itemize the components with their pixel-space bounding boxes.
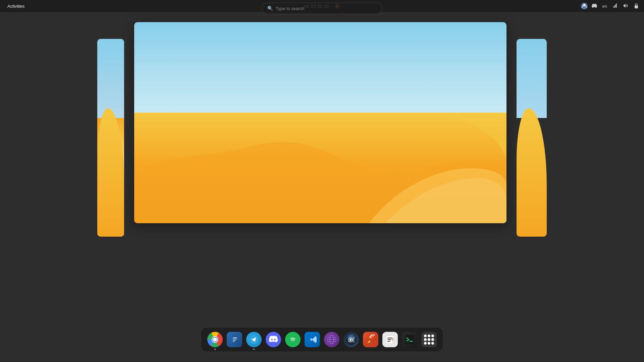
dock-notes[interactable] <box>226 331 243 348</box>
topbar-right: en <box>581 2 640 10</box>
app-dot-2 <box>428 335 430 337</box>
wallpaper <box>134 22 506 223</box>
right-window-sky <box>517 39 547 118</box>
svg-rect-36 <box>392 341 393 342</box>
window-thumbnail-left[interactable] <box>97 39 124 237</box>
language-indicator[interactable]: en <box>601 3 608 9</box>
dock-gnome-web[interactable] <box>323 331 340 348</box>
search-icon: 🔍 <box>267 6 273 11</box>
window-thumbnail-right[interactable] <box>517 39 547 237</box>
app-dot-7 <box>424 342 427 345</box>
left-window-sky <box>97 39 124 118</box>
topbar-left: Activities <box>4 2 28 10</box>
svg-point-10 <box>213 338 217 342</box>
left-window-sand <box>97 108 124 237</box>
dock-spotify[interactable] <box>284 331 302 348</box>
searchbar-container: 🔍 <box>262 3 382 14</box>
discord-tray-icon[interactable] <box>590 3 598 9</box>
svg-rect-1 <box>613 6 614 8</box>
dock-steam[interactable] <box>342 331 360 348</box>
activities-button[interactable]: Activities <box>4 2 28 10</box>
dock-toolbox[interactable] <box>381 331 399 348</box>
searchbar: 🔍 <box>262 3 382 14</box>
user-avatar[interactable] <box>581 3 588 9</box>
app-dot-4 <box>424 338 427 341</box>
dock-terminal[interactable] <box>401 331 418 348</box>
svg-rect-34 <box>387 341 390 342</box>
dock-discord[interactable] <box>265 331 282 348</box>
dock-telegram[interactable] <box>245 331 263 348</box>
svg-rect-32 <box>387 338 393 339</box>
volume-icon[interactable] <box>622 2 630 10</box>
lock-icon[interactable] <box>633 2 640 10</box>
dock-marker[interactable] <box>362 331 379 348</box>
app-dot-6 <box>431 338 434 341</box>
dock-telegram-dot <box>253 349 255 350</box>
svg-rect-2 <box>614 5 615 8</box>
app-dot-3 <box>431 335 434 337</box>
app-dot-9 <box>431 342 434 345</box>
dock-show-apps[interactable] <box>420 331 438 348</box>
network-icon[interactable] <box>611 2 619 10</box>
svg-rect-12 <box>231 336 232 344</box>
right-window-sand <box>517 108 547 237</box>
wallpaper-sand <box>134 113 506 223</box>
dock-chromium-dot <box>214 349 216 350</box>
svg-rect-4 <box>616 3 617 8</box>
svg-rect-5 <box>635 5 638 8</box>
app-dot-5 <box>428 338 430 341</box>
svg-rect-3 <box>615 4 616 8</box>
svg-rect-37 <box>405 335 414 344</box>
dock-chromium[interactable] <box>206 331 224 348</box>
desktop <box>0 12 644 362</box>
dock <box>201 327 443 352</box>
app-dot-1 <box>424 335 427 337</box>
svg-point-28 <box>350 339 352 341</box>
window-main[interactable] <box>134 22 506 223</box>
dock-vscode[interactable] <box>304 331 321 348</box>
svg-rect-35 <box>392 339 393 340</box>
search-input[interactable] <box>276 6 377 11</box>
svg-rect-33 <box>387 339 391 340</box>
app-dot-8 <box>428 342 430 345</box>
